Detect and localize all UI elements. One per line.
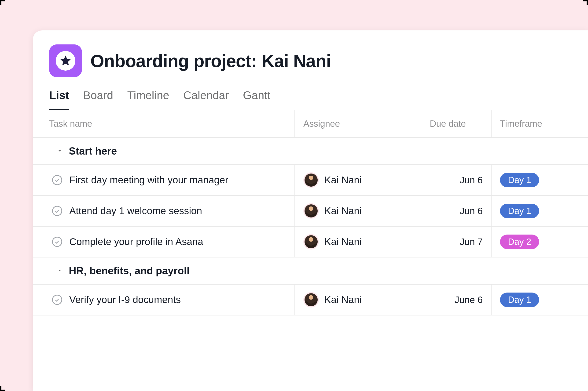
timeframe-pill: Day 1	[500, 204, 539, 218]
task-name-cell[interactable]: Verify your I-9 documents	[33, 285, 295, 315]
assignee-cell[interactable]: Kai Nani	[295, 227, 421, 257]
crop-corner	[0, 386, 5, 391]
avatar	[303, 203, 319, 219]
timeframe-pill: Day 1	[500, 293, 539, 307]
task-name: Attend day 1 welcome session	[69, 205, 202, 216]
project-header: Onboarding project: Kai Nani	[33, 30, 588, 82]
task-name: Verify your I-9 documents	[69, 294, 181, 305]
due-date-cell[interactable]: Jun 6	[421, 196, 492, 226]
col-assignee[interactable]: Assignee	[295, 110, 421, 137]
project-title[interactable]: Onboarding project: Kai Nani	[90, 51, 331, 71]
timeframe-pill: Day 2	[500, 235, 539, 249]
tab-gantt[interactable]: Gantt	[243, 89, 270, 110]
task-row[interactable]: Complete your profile in Asana Kai Nani …	[33, 227, 588, 258]
task-name-cell[interactable]: First day meeting with your manager	[33, 165, 295, 195]
due-date: Jun 6	[460, 206, 483, 216]
chevron-down-icon	[56, 147, 63, 155]
check-circle-icon[interactable]	[51, 236, 63, 247]
due-date-cell[interactable]: Jun 6	[421, 165, 492, 195]
crop-corner	[0, 0, 5, 5]
timeframe-pill: Day 1	[500, 173, 539, 187]
svg-point-0	[52, 175, 62, 185]
star-icon	[56, 51, 75, 71]
avatar	[303, 292, 319, 307]
task-name: First day meeting with your manager	[69, 175, 228, 186]
task-name: Complete your profile in Asana	[69, 236, 203, 247]
col-due-date[interactable]: Due date	[421, 110, 492, 137]
timeframe-cell[interactable]: Day 2	[492, 227, 588, 257]
due-date-cell[interactable]: Jun 7	[421, 227, 492, 257]
due-date: Jun 6	[460, 175, 483, 186]
svg-point-3	[52, 295, 62, 304]
col-timeframe[interactable]: Timeframe	[492, 110, 588, 137]
section-header[interactable]: HR, benefits, and payroll	[33, 258, 588, 285]
task-name-cell[interactable]: Complete your profile in Asana	[33, 227, 295, 257]
project-color-icon[interactable]	[49, 44, 82, 77]
tab-calendar[interactable]: Calendar	[183, 89, 229, 110]
tab-board[interactable]: Board	[83, 89, 113, 110]
assignee-cell[interactable]: Kai Nani	[295, 196, 421, 226]
due-date: Jun 7	[460, 237, 483, 247]
assignee-cell[interactable]: Kai Nani	[295, 165, 421, 195]
column-headers: Task name Assignee Due date Timeframe	[33, 110, 588, 138]
task-row[interactable]: Attend day 1 welcome session Kai Nani Ju…	[33, 196, 588, 227]
view-tabs: List Board Timeline Calendar Gantt	[33, 82, 588, 110]
task-row[interactable]: Verify your I-9 documents Kai Nani June …	[33, 285, 588, 315]
due-date-cell[interactable]: June 6	[421, 285, 492, 315]
task-row[interactable]: First day meeting with your manager Kai …	[33, 165, 588, 196]
timeframe-cell[interactable]: Day 1	[492, 285, 588, 315]
assignee-cell[interactable]: Kai Nani	[295, 285, 421, 315]
timeframe-cell[interactable]: Day 1	[492, 196, 588, 226]
check-circle-icon[interactable]	[51, 175, 63, 186]
section-header[interactable]: Start here	[33, 138, 588, 165]
task-name-cell[interactable]: Attend day 1 welcome session	[33, 196, 295, 226]
check-circle-icon[interactable]	[51, 294, 63, 305]
crop-corner	[583, 0, 588, 5]
check-circle-icon[interactable]	[51, 205, 63, 216]
assignee-name: Kai Nani	[324, 294, 362, 305]
assignee-name: Kai Nani	[324, 205, 362, 216]
chevron-down-icon	[56, 267, 63, 275]
avatar	[303, 172, 319, 188]
tab-list[interactable]: List	[49, 89, 69, 110]
section-title: Start here	[69, 145, 117, 157]
project-panel: Onboarding project: Kai Nani List Board …	[33, 30, 588, 391]
svg-point-1	[52, 206, 62, 216]
svg-point-2	[52, 237, 62, 246]
timeframe-cell[interactable]: Day 1	[492, 165, 588, 195]
assignee-name: Kai Nani	[324, 175, 362, 186]
tab-timeline[interactable]: Timeline	[127, 89, 169, 110]
col-task-name[interactable]: Task name	[33, 110, 295, 137]
assignee-name: Kai Nani	[324, 236, 362, 247]
due-date: June 6	[454, 295, 483, 305]
avatar	[303, 234, 319, 250]
section-title: HR, benefits, and payroll	[69, 265, 190, 277]
